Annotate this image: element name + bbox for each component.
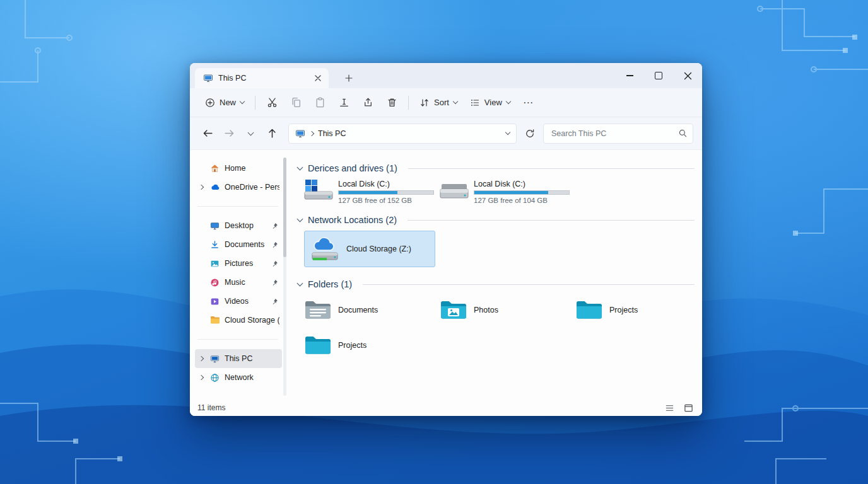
chevron-right-icon[interactable] [309, 130, 314, 135]
home-icon [209, 163, 220, 173]
sidebar-item-desktop[interactable]: Desktop [195, 216, 282, 235]
sidebar-item-label: Music [225, 278, 267, 287]
titlebar: This PC [190, 63, 702, 88]
view-button-label: View [484, 98, 502, 107]
sidebar-scrollbar-thumb[interactable] [283, 158, 286, 257]
section-title: Folders (1) [308, 279, 352, 289]
view-button[interactable]: View [464, 92, 517, 113]
sidebar-scrollbar-track[interactable] [283, 158, 286, 396]
folder-tile-documents[interactable]: Documents [304, 295, 440, 325]
sidebar-item-label: Documents [225, 240, 267, 249]
expand-chevron-icon[interactable] [199, 356, 204, 361]
search-input[interactable] [550, 129, 678, 139]
minimize-button[interactable] [615, 63, 644, 88]
trash-icon [387, 97, 397, 108]
drive-tile-local-disk-1[interactable]: Local Disk (C:) 127 GB free of 152 GB [304, 179, 440, 204]
pin-icon [271, 241, 279, 248]
sidebar-item-cloud-storage[interactable]: Cloud Storage (Z [195, 311, 282, 330]
plus-circle-icon [205, 98, 215, 108]
sidebar-item-network[interactable]: Network [195, 368, 282, 387]
paste-icon [315, 97, 326, 108]
copy-button[interactable] [284, 92, 308, 113]
collapse-chevron-icon[interactable] [297, 280, 303, 287]
paste-button[interactable] [308, 92, 332, 113]
drive-free-space: 127 GB free of 152 GB [338, 197, 434, 204]
toolbar-separator [408, 96, 409, 110]
sidebar-item-label: This PC [225, 354, 279, 363]
sort-button-label: Sort [434, 98, 449, 107]
desktop-icon [209, 221, 220, 231]
folder-icon [209, 315, 220, 325]
onedrive-cloud-icon [209, 182, 220, 192]
maximize-button[interactable] [644, 63, 673, 88]
arrow-right-icon [224, 128, 235, 139]
share-button[interactable] [356, 92, 380, 113]
sort-button[interactable]: Sort [413, 92, 464, 113]
forward-button[interactable] [220, 125, 238, 142]
network-drive-tile-selected[interactable]: Cloud Storage (Z:) [304, 231, 435, 267]
refresh-button[interactable] [520, 125, 539, 142]
drive-tile-local-disk-2[interactable]: Local Disk (C:) 127 GB free of 104 GB [440, 179, 575, 204]
large-icons-view-button[interactable] [682, 401, 695, 414]
folder-tile-projects[interactable]: Projects [575, 295, 698, 325]
new-tab-button[interactable] [340, 69, 358, 87]
section-header-network-locations[interactable]: Network Locations (2) [298, 213, 695, 227]
rename-button[interactable] [332, 92, 356, 113]
caption-buttons [615, 63, 702, 88]
file-list-area: Derices and drives (1) Local Disk (C:) [293, 155, 698, 400]
hard-drive-icon [440, 179, 469, 200]
documents-folder-icon [304, 299, 332, 321]
expand-chevron-icon[interactable] [199, 185, 204, 190]
expand-chevron-icon[interactable] [199, 375, 204, 380]
section-header-folders[interactable]: Folders (1) [298, 277, 695, 291]
tab-close-button[interactable] [311, 71, 325, 85]
more-options-button[interactable]: … [517, 92, 541, 113]
collapse-chevron-icon[interactable] [297, 216, 303, 222]
cut-icon [267, 97, 278, 108]
new-button[interactable]: New [199, 92, 250, 113]
section-title: Derices and drives (1) [308, 163, 397, 173]
folder-tile-projects-2[interactable]: Projects [304, 330, 440, 360]
view-icon [470, 98, 480, 108]
sidebar-item-music[interactable]: Music [195, 273, 282, 292]
sidebar-item-this-pc[interactable]: This PC [195, 349, 282, 368]
collapse-chevron-icon[interactable] [297, 164, 303, 171]
sidebar-item-label: Pictures [225, 259, 267, 268]
minimize-icon [626, 75, 633, 76]
breadcrumb-field[interactable]: This PC [288, 124, 517, 144]
cut-button[interactable] [260, 92, 284, 113]
sidebar-item-home[interactable]: Home [195, 159, 282, 178]
sidebar-item-documents[interactable]: Documents [195, 235, 282, 254]
delete-button[interactable] [380, 92, 404, 113]
sidebar-item-pictures[interactable]: Pictures [195, 254, 282, 273]
tab-this-pc[interactable]: This PC [195, 68, 329, 88]
maximize-icon [655, 72, 662, 79]
back-button[interactable] [199, 125, 216, 142]
details-view-icon [665, 403, 674, 413]
this-pc-icon [209, 354, 220, 364]
items-count: 11 items [197, 403, 225, 412]
address-dropdown-chevron[interactable] [505, 130, 510, 135]
sort-icon [419, 98, 430, 108]
breadcrumb-this-pc[interactable]: This PC [318, 129, 346, 138]
search-box[interactable] [543, 124, 693, 144]
address-bar: This PC [190, 117, 702, 150]
section-rule [408, 168, 695, 169]
recent-locations-button[interactable] [242, 125, 259, 142]
section-rule [408, 220, 695, 221]
section-rule [363, 284, 695, 285]
folder-tile-photos[interactable]: Photos [440, 295, 575, 325]
music-icon [209, 277, 220, 287]
pin-icon [271, 298, 279, 305]
pin-icon [271, 260, 279, 267]
capacity-bar-fill [339, 191, 397, 194]
section-header-devices[interactable]: Derices and drives (1) [298, 161, 695, 175]
sidebar-item-label: Network [225, 373, 279, 382]
sidebar-item-onedrive[interactable]: OneDrive - Perso [195, 178, 282, 197]
up-button[interactable] [263, 125, 281, 142]
close-button[interactable] [673, 63, 702, 88]
cloud-drive-icon [310, 235, 340, 263]
drive-info: Local Disk (C:) 127 GB free of 152 GB [338, 179, 434, 204]
details-view-button[interactable] [663, 401, 676, 414]
sidebar-item-videos[interactable]: Videos [195, 292, 282, 311]
